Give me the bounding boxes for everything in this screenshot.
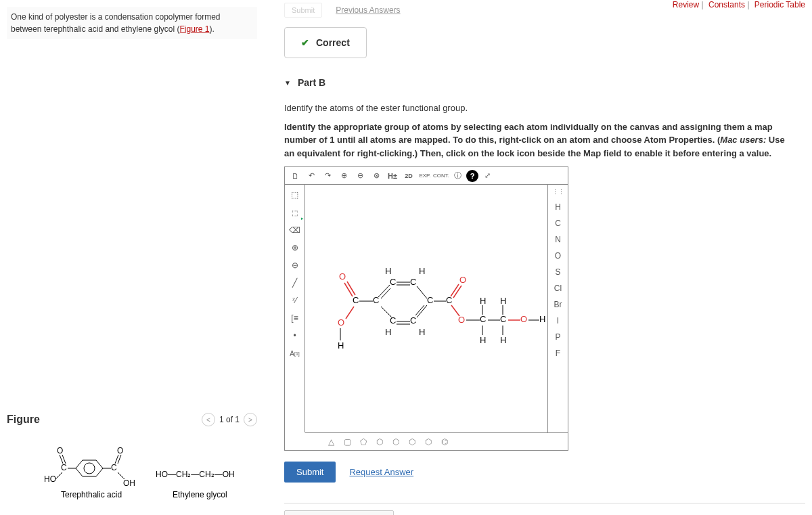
svg-text:C: C [446, 295, 452, 305]
action-row: Submit Request Answer [284, 462, 805, 483]
reset-icon[interactable]: ⊗ [369, 169, 384, 183]
svg-text:H: H [385, 327, 391, 337]
lasso-tool-icon[interactable]: ⬚▸ [288, 205, 302, 220]
svg-text:H: H [500, 335, 506, 345]
label-ethylene: Ethylene glycol [173, 490, 227, 499]
undo-icon[interactable]: ↶ [304, 169, 319, 183]
svg-point-7 [84, 463, 95, 474]
single-bond-icon[interactable]: ╱ [288, 275, 302, 290]
hexagon2-ring-icon[interactable]: ⬡ [390, 436, 401, 447]
submit-ghost: Submit [284, 3, 322, 18]
periodic-icon[interactable]: ⋮⋮ [549, 187, 567, 197]
zoom-in-icon[interactable]: ⊕ [336, 169, 351, 183]
editor-toolbar-bottom: △ ▢ ⬠ ⬡ ⬡ ⬡ ⬡ ⌬ [305, 432, 568, 450]
label-terephthalic: Terephthalic acid [61, 490, 122, 499]
check-icon: ✔ [301, 37, 309, 48]
figure-next-button[interactable]: > [244, 413, 257, 426]
hexagon3-ring-icon[interactable]: ⬡ [407, 436, 418, 447]
hexagon-ring-icon[interactable]: ⬡ [374, 436, 385, 447]
svg-line-46 [453, 286, 461, 298]
return-to-assignment-button[interactable]: < Return to Assignment [284, 510, 394, 515]
svg-text:O: O [57, 446, 63, 455]
pentagon-ring-icon[interactable]: ⬠ [358, 436, 369, 447]
element-p[interactable]: P [552, 331, 563, 343]
svg-text:H: H [419, 327, 425, 337]
element-n[interactable]: N [552, 233, 564, 246]
exp-icon[interactable]: EXP. [418, 169, 432, 183]
svg-text:O: O [338, 317, 344, 328]
radical-tool-icon[interactable]: • [288, 328, 302, 343]
svg-text:O: O [458, 315, 465, 325]
editor-canvas[interactable]: O C O H C C [305, 185, 547, 432]
eraser-tool-icon[interactable]: ⌫ [288, 223, 302, 238]
square-ring-icon[interactable]: ▢ [342, 436, 353, 447]
redo-icon[interactable]: ↷ [320, 169, 335, 183]
molecule-canvas-svg: O C O H C C [305, 185, 549, 434]
cont-icon[interactable]: CONT. [434, 169, 449, 183]
left-panel: One kind of polyester is a condensation … [7, 7, 257, 39]
info-icon[interactable]: ⓘ [450, 169, 465, 183]
element-c[interactable]: C [552, 217, 564, 229]
element-s[interactable]: S [552, 266, 563, 278]
element-h[interactable]: H [552, 201, 564, 213]
svg-line-42 [381, 307, 392, 317]
figure-link[interactable]: Figure 1 [180, 24, 210, 34]
svg-text:C: C [410, 315, 416, 326]
svg-text:C: C [410, 277, 416, 287]
wedge-bond-icon[interactable]: ᶻ⁄ [288, 293, 302, 308]
figure-molecule-svg: HO C O C O OH Terephthalic acid [20, 440, 250, 501]
previous-answers-link[interactable]: Previous Answers [336, 5, 400, 15]
figure-section: Figure < 1 of 1 > HO C O [7, 413, 257, 510]
help-icon[interactable]: ? [466, 170, 478, 182]
svg-text:O: O [339, 271, 346, 282]
hexagon4-ring-icon[interactable]: ⬡ [423, 436, 434, 447]
svg-text:C: C [500, 314, 506, 324]
svg-line-34 [417, 305, 427, 317]
editor-toolbar-left: ⬚ ⬚▸ ⌫ ⊕ ⊖ ╱ ᶻ⁄ [≡ • A[1] [285, 185, 305, 432]
instruction-line2: Identify the appropriate group of atoms … [284, 120, 792, 160]
element-cl[interactable]: Cl [551, 282, 564, 294]
chemical-editor[interactable]: 🗋 ↶ ↷ ⊕ ⊖ ⊗ H± 2D EXP. CONT. ⓘ ? ⤢ ⬚ ⬚▸ … [284, 166, 568, 451]
svg-line-15 [344, 283, 353, 296]
zoom-out-icon[interactable]: ⊖ [353, 169, 367, 183]
triangle-ring-icon[interactable]: △ [325, 436, 336, 447]
svg-line-18 [346, 307, 354, 319]
marquee-tool-icon[interactable]: ⬚ [288, 187, 302, 202]
benzene-ring-icon[interactable]: ⌬ [439, 436, 450, 447]
figure-counter: 1 of 1 [219, 415, 240, 424]
label-eth-formula: HO—CH₂—CH₂—OH [156, 470, 235, 479]
svg-text:H: H [539, 314, 545, 324]
chain-tool-icon[interactable]: [≡ [288, 311, 302, 326]
svg-text:C: C [61, 463, 67, 472]
svg-text:C: C [390, 315, 396, 326]
request-answer-link[interactable]: Request Answer [349, 467, 413, 477]
charge-plus-icon[interactable]: ⊕ [288, 240, 302, 255]
element-o[interactable]: O [552, 250, 564, 262]
svg-line-25 [381, 288, 390, 298]
new-icon[interactable]: 🗋 [288, 169, 302, 183]
svg-text:H: H [480, 335, 486, 345]
figure-prev-button[interactable]: < [202, 413, 215, 426]
element-br[interactable]: Br [551, 298, 565, 311]
h-toggle-icon[interactable]: H± [385, 169, 400, 183]
instruction-line1: Identify the atoms of the ester function… [284, 102, 792, 115]
label-ho: HO [44, 474, 56, 484]
element-f[interactable]: F [553, 347, 563, 359]
element-i[interactable]: I [554, 315, 562, 327]
view-2d-icon[interactable]: 2D [401, 169, 416, 183]
svg-text:H: H [500, 296, 506, 306]
svg-text:C: C [111, 463, 117, 472]
figure-image: HO C O C O OH Terephthalic acid [7, 433, 257, 510]
svg-text:C: C [480, 314, 486, 324]
intro-text: One kind of polyester is a condensation … [7, 7, 257, 39]
svg-text:C: C [427, 295, 433, 305]
expand-icon[interactable]: ⤢ [480, 169, 495, 183]
svg-text:O: O [459, 275, 466, 285]
charge-minus-icon[interactable]: ⊖ [288, 258, 302, 273]
part-a-row: Submit Previous Answers [284, 0, 805, 20]
svg-text:C: C [373, 295, 379, 305]
part-b-header[interactable]: ▼ Part B [284, 72, 805, 102]
submit-button[interactable]: Submit [284, 462, 336, 483]
correct-text: Correct [316, 37, 350, 48]
atom-map-icon[interactable]: A[1] [288, 346, 302, 361]
